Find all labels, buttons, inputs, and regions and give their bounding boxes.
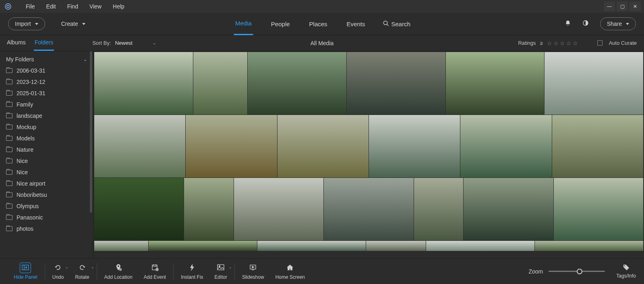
tab-albums[interactable]: Albums — [6, 35, 27, 51]
subbar-right: Ratings ≥ ☆ ☆ ☆ ☆ ☆ Auto Curate — [518, 40, 644, 46]
folder-label: Nature — [17, 146, 33, 153]
folder-icon — [6, 215, 12, 220]
media-thumbnail[interactable] — [366, 241, 426, 251]
folder-item[interactable]: Panasonic — [0, 212, 93, 223]
folder-item[interactable]: 2006-03-31 — [0, 65, 93, 76]
tab-people[interactable]: People — [269, 13, 292, 35]
media-thumbnail[interactable] — [535, 241, 643, 251]
calendar-plus-icon — [151, 264, 159, 272]
search-label: Search — [391, 21, 410, 27]
tags-info-button[interactable]: Tags/Info — [616, 264, 636, 279]
editor-button[interactable]: ⌄ Editor — [209, 263, 233, 280]
media-thumbnail[interactable] — [248, 52, 346, 115]
maximize-button[interactable]: ▢ — [617, 2, 628, 11]
star-5-icon[interactable]: ☆ — [573, 40, 578, 46]
search-button[interactable]: Search — [383, 20, 410, 27]
folder-item[interactable]: Nice airport — [0, 178, 93, 189]
star-4-icon[interactable]: ☆ — [566, 40, 572, 46]
menu-edit[interactable]: Edit — [41, 2, 62, 11]
folder-label: photos — [17, 226, 33, 232]
star-2-icon[interactable]: ☆ — [553, 40, 559, 46]
media-thumbnail[interactable] — [277, 115, 369, 178]
folder-item[interactable]: photos — [0, 223, 93, 234]
folder-item[interactable]: Models — [0, 133, 93, 144]
tab-places[interactable]: Places — [308, 13, 329, 35]
media-thumbnail[interactable] — [414, 178, 463, 240]
folder-icon — [6, 226, 12, 231]
media-thumbnail[interactable] — [94, 241, 148, 251]
menu-file[interactable]: File — [20, 2, 41, 11]
auto-curate-checkbox[interactable] — [597, 40, 603, 46]
media-thumbnail[interactable] — [257, 241, 366, 251]
folder-item[interactable]: 2023-12-12 — [0, 76, 93, 88]
svg-point-2 — [383, 21, 387, 25]
theme-toggle-icon[interactable] — [582, 20, 589, 28]
media-thumbnail[interactable] — [426, 241, 534, 251]
media-thumbnail[interactable] — [460, 115, 551, 178]
tab-media[interactable]: Media — [234, 13, 253, 35]
media-thumbnail[interactable] — [552, 115, 643, 178]
media-thumbnail[interactable] — [324, 178, 413, 240]
zoom-slider[interactable] — [549, 271, 605, 272]
sort-value: Newest — [115, 40, 133, 46]
star-3-icon[interactable]: ☆ — [560, 40, 565, 46]
media-thumbnail[interactable] — [94, 178, 184, 240]
folder-item[interactable]: landscape — [0, 110, 93, 121]
star-1-icon[interactable]: ☆ — [547, 40, 552, 46]
undo-label: Undo — [52, 274, 64, 280]
media-thumbnail[interactable] — [94, 115, 185, 178]
zoom-slider-thumb[interactable] — [577, 269, 582, 274]
image-icon — [217, 264, 224, 271]
home-screen-button[interactable]: Home Screen — [270, 263, 311, 280]
sort-dropdown[interactable]: Newest ⌄ — [115, 40, 156, 46]
menu-view[interactable]: View — [84, 2, 107, 11]
media-thumbnail[interactable] — [369, 115, 460, 178]
media-grid — [93, 51, 644, 258]
folder-item[interactable]: Nice — [0, 167, 93, 178]
folder-label: Noboribetsu — [17, 192, 47, 198]
media-thumbnail[interactable] — [347, 52, 445, 115]
slideshow-button[interactable]: Slideshow — [236, 263, 270, 280]
media-thumbnail[interactable] — [94, 52, 193, 115]
rotate-button[interactable]: ⌄ Rotate — [69, 263, 95, 280]
folder-item[interactable]: 2025-01-31 — [0, 88, 93, 99]
media-thumbnail[interactable] — [234, 178, 323, 240]
menu-find[interactable]: Find — [62, 2, 84, 11]
notifications-icon[interactable] — [565, 20, 571, 28]
menu-bar: File Edit Find View Help — ▢ ✕ — [0, 0, 644, 13]
hide-panel-label: Hide Panel — [14, 274, 37, 280]
media-thumbnail[interactable] — [554, 178, 643, 240]
undo-button[interactable]: ⌄ Undo — [47, 263, 70, 280]
import-button[interactable]: Import — [8, 17, 45, 30]
tab-events[interactable]: Events — [345, 13, 367, 35]
hide-panel-button[interactable]: Hide Panel — [8, 263, 43, 280]
media-thumbnail[interactable] — [545, 52, 643, 115]
media-thumbnail[interactable] — [184, 178, 233, 240]
main-body: My Folders ⌄ 2006-03-312023-12-122025-01… — [0, 51, 644, 258]
folder-item[interactable]: Olympus — [0, 200, 93, 212]
folder-item[interactable]: Mockup — [0, 121, 93, 133]
location-plus-icon — [115, 264, 122, 272]
media-thumbnail[interactable] — [149, 241, 257, 251]
media-thumbnail[interactable] — [186, 115, 277, 178]
folder-item[interactable]: Noboribetsu — [0, 189, 93, 200]
add-location-button[interactable]: Add Location — [99, 263, 138, 280]
folder-item[interactable]: Nice — [0, 155, 93, 167]
media-thumbnail[interactable] — [193, 52, 248, 115]
add-event-button[interactable]: Add Event — [138, 263, 172, 280]
menu-help[interactable]: Help — [107, 2, 130, 11]
tab-folders[interactable]: Folders — [34, 35, 54, 51]
minimize-button[interactable]: — — [604, 2, 615, 11]
folder-item[interactable]: Nature — [0, 144, 93, 155]
folder-item[interactable]: Family — [0, 99, 93, 110]
close-button[interactable]: ✕ — [630, 2, 641, 11]
create-button[interactable]: Create — [61, 21, 85, 27]
my-folders-header[interactable]: My Folders ⌄ — [0, 54, 93, 65]
share-button[interactable]: Share — [600, 17, 636, 30]
media-thumbnail[interactable] — [446, 52, 545, 115]
instant-fix-button[interactable]: Instant Fix — [175, 263, 209, 280]
media-thumbnail[interactable] — [464, 178, 553, 240]
folder-label: Nice — [17, 158, 28, 164]
sidebar-scrollbar[interactable] — [90, 51, 92, 258]
chevron-down-icon: ⌄ — [229, 265, 232, 269]
